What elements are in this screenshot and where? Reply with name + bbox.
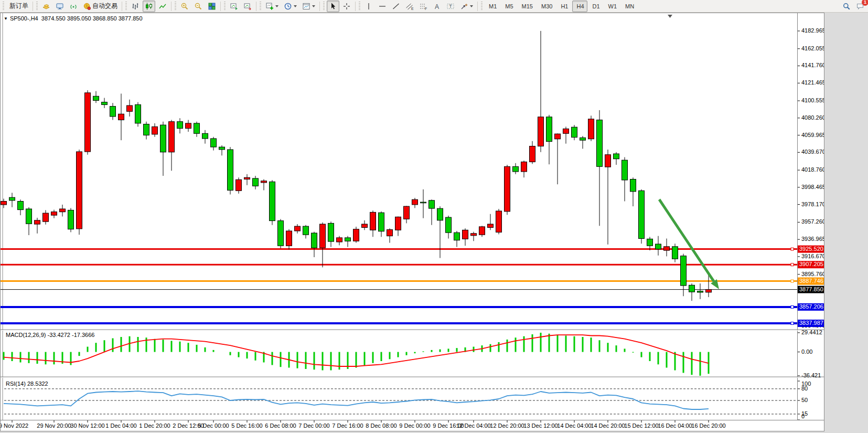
- label-button[interactable]: T: [444, 1, 457, 12]
- period-h1-button-label: H1: [561, 3, 568, 9]
- experts-icon: [56, 2, 64, 10]
- time-tick-label: 30 Nov 12:00: [70, 423, 104, 429]
- candle-body: [85, 93, 91, 152]
- vertical-line-button[interactable]: [362, 1, 375, 12]
- candle-body: [379, 213, 384, 231]
- fibonacci-button[interactable]: F: [417, 1, 430, 12]
- candle-body: [202, 133, 208, 139]
- dropdown-arrow-icon[interactable]: [294, 5, 297, 7]
- time-tick-label: 8 Dec 08:00: [366, 423, 397, 429]
- period-m1-button[interactable]: M1: [485, 1, 500, 12]
- hline-3887.746[interactable]: [1, 280, 797, 282]
- candle-body: [605, 155, 611, 167]
- svg-text:3877.850: 3877.850: [799, 286, 823, 292]
- templates-button[interactable]: [300, 1, 317, 12]
- fibo-icon: F: [419, 2, 427, 10]
- candle-body: [471, 234, 477, 236]
- channel-button[interactable]: E: [403, 1, 416, 12]
- candle-body: [253, 178, 259, 186]
- macd-values: -33.4272 -17.3666: [47, 332, 94, 338]
- candle-body: [295, 226, 301, 231]
- price-tick-label: 4018.760: [801, 166, 824, 173]
- rsi-axis-label: 50: [801, 397, 808, 403]
- price-tick-label: 4121.465: [801, 79, 824, 86]
- tile-windows-button[interactable]: [206, 1, 218, 12]
- price-tick-label: 4141.760: [801, 62, 824, 68]
- time-tick-label: 1 Dec 20:00: [139, 423, 170, 429]
- toolbar-separator: [355, 2, 356, 11]
- time-tick-label: 14 Dec 04:00: [557, 423, 591, 429]
- candle-body: [538, 117, 544, 146]
- template-icon: [302, 2, 310, 10]
- chart-plot[interactable]: 4182.9654162.0554141.7604121.4654100.555…: [1, 13, 824, 431]
- chart-shift-button[interactable]: [241, 1, 254, 12]
- gold-bars-button[interactable]: [40, 1, 52, 12]
- search-button[interactable]: [840, 1, 853, 12]
- period-d1-button[interactable]: D1: [588, 1, 603, 12]
- candle-body: [555, 134, 561, 139]
- price-axis[interactable]: [798, 13, 824, 420]
- auto-trading-button[interactable]: 自动交易: [81, 1, 120, 12]
- trend-arrow[interactable]: [659, 199, 719, 289]
- time-tick-label: 16 Dec 20:00: [691, 423, 725, 429]
- dropdown-arrow-icon[interactable]: [312, 5, 315, 7]
- macd-indicator-label: MACD(12,26,9) -33.4272 -17.3666: [6, 332, 94, 338]
- hline-3857.206[interactable]: [1, 305, 797, 308]
- candle-body: [639, 191, 645, 238]
- arrows-button[interactable]: [458, 1, 475, 12]
- candle-body: [119, 114, 124, 120]
- auto-arrange-button[interactable]: [228, 1, 240, 12]
- trendline-button[interactable]: [390, 1, 402, 12]
- text-button[interactable]: A: [431, 1, 443, 12]
- price-tick-label: 3916.670: [801, 253, 824, 259]
- period-mn-button[interactable]: MN: [621, 1, 637, 12]
- toolbar-grip: [224, 2, 226, 11]
- zoom-in-button[interactable]: [178, 1, 191, 12]
- candle-body: [144, 124, 149, 135]
- candle-body: [1, 202, 7, 205]
- chart-shift-marker[interactable]: [668, 15, 672, 18]
- profiles-button[interactable]: [282, 1, 299, 12]
- chart-dropdown-icon[interactable]: ▼: [4, 16, 8, 21]
- candle-body: [630, 179, 636, 192]
- candle-chart-button[interactable]: [143, 1, 155, 12]
- hline-3837.987[interactable]: [1, 322, 797, 325]
- chat-button[interactable]: 1: [854, 1, 866, 12]
- time-tick-label: 5 Dec 00:00: [198, 423, 229, 429]
- svg-text:F: F: [425, 7, 427, 10]
- period-m5-button[interactable]: M5: [501, 1, 516, 12]
- hline-3907.205[interactable]: [1, 263, 797, 266]
- time-tick-label: 5 Dec 16:00: [231, 423, 262, 429]
- period-h4-button[interactable]: H4: [572, 1, 587, 12]
- time-tick-label: 7 Dec 16:00: [332, 423, 363, 429]
- toolbar-grip: [125, 2, 127, 11]
- candle-body: [479, 227, 485, 235]
- period-m15-button[interactable]: M15: [518, 1, 536, 12]
- period-m30-button[interactable]: M30: [537, 1, 555, 12]
- dropdown-arrow-icon[interactable]: [275, 5, 278, 7]
- candle-body: [362, 224, 368, 228]
- toolbar: 新订单自动交易EFATM1M5M15M30H1H4D1W1MN1: [0, 0, 868, 13]
- signals-button[interactable]: [67, 1, 80, 12]
- candle-body: [152, 126, 158, 134]
- candle-body: [77, 152, 82, 229]
- dropdown-arrow-icon[interactable]: [470, 5, 473, 7]
- period-h4-button-label: H4: [576, 3, 584, 9]
- zoom-out-button[interactable]: [192, 1, 205, 12]
- chart-window[interactable]: 4182.9654162.0554141.7604121.4654100.555…: [0, 13, 824, 431]
- line-chart-button[interactable]: [156, 1, 169, 12]
- period-w1-button[interactable]: W1: [604, 1, 620, 12]
- experts-button[interactable]: [53, 1, 66, 12]
- candle-body: [286, 231, 292, 246]
- candle-body: [614, 154, 619, 159]
- price-tick-label: 3998.465: [801, 184, 824, 190]
- candle-body: [387, 230, 393, 236]
- horizontal-line-button[interactable]: [376, 1, 389, 12]
- crosshair-button[interactable]: [340, 1, 353, 12]
- period-h1-button[interactable]: H1: [556, 1, 571, 12]
- cursor-button[interactable]: [327, 1, 339, 12]
- bar-chart-button[interactable]: [129, 1, 142, 12]
- new-chart-button[interactable]: [263, 1, 281, 12]
- hline-icon: [378, 2, 387, 10]
- new-order-button[interactable]: 新订单: [6, 1, 30, 12]
